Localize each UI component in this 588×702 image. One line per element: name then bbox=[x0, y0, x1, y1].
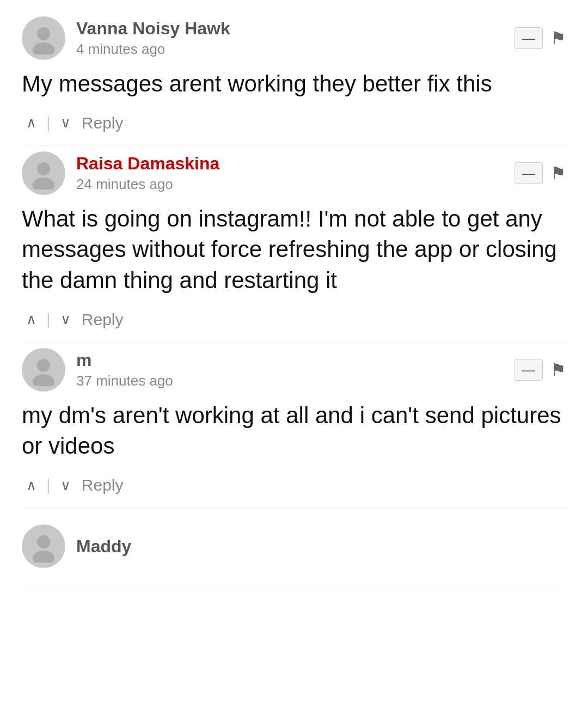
svg-point-4 bbox=[37, 359, 50, 372]
minus-icon: — bbox=[522, 362, 535, 377]
downvote-icon: ∨ bbox=[60, 114, 71, 131]
username: Vanna Noisy Hawk bbox=[76, 19, 230, 39]
comment-header: Maddy bbox=[22, 524, 566, 568]
comment-body: my dm's aren't working at all and i can'… bbox=[22, 400, 566, 462]
comment-header-left: Vanna Noisy Hawk 4 minutes ago bbox=[22, 16, 230, 60]
user-info: Raisa Damaskina 24 minutes ago bbox=[76, 154, 219, 193]
upvote-button[interactable]: ∧ bbox=[22, 475, 41, 496]
comment-footer: ∧ | ∨ Reply bbox=[22, 112, 566, 135]
comment-body: My messages arent working they better fi… bbox=[22, 69, 566, 100]
username: Raisa Damaskina bbox=[76, 154, 219, 174]
user-info: Maddy bbox=[76, 536, 131, 557]
minus-icon: — bbox=[522, 30, 535, 46]
upvote-button[interactable]: ∧ bbox=[22, 112, 41, 133]
comment-header: m 37 minutes ago — ⚑ bbox=[22, 348, 566, 392]
upvote-icon: ∧ bbox=[26, 311, 36, 328]
downvote-button[interactable]: ∨ bbox=[56, 112, 75, 133]
comment-actions-right: — ⚑ bbox=[514, 359, 566, 381]
user-info: m 37 minutes ago bbox=[76, 350, 173, 389]
svg-point-7 bbox=[33, 551, 54, 563]
timestamp: 37 minutes ago bbox=[76, 373, 173, 389]
username: Maddy bbox=[76, 536, 131, 557]
flag-icon[interactable]: ⚑ bbox=[550, 163, 566, 184]
svg-point-5 bbox=[33, 374, 54, 386]
comment-item: Maddy bbox=[22, 514, 566, 588]
comment-actions-right: — ⚑ bbox=[514, 27, 566, 49]
username: m bbox=[76, 350, 173, 370]
upvote-icon: ∧ bbox=[26, 114, 36, 131]
collapse-button[interactable]: — bbox=[514, 359, 543, 381]
svg-point-1 bbox=[33, 42, 54, 54]
svg-point-3 bbox=[33, 178, 54, 190]
comment-header-left: Raisa Damaskina 24 minutes ago bbox=[22, 151, 219, 195]
avatar bbox=[22, 151, 65, 195]
vote-separator: | bbox=[46, 310, 51, 329]
avatar bbox=[22, 524, 65, 568]
user-info: Vanna Noisy Hawk 4 minutes ago bbox=[76, 19, 230, 58]
comment-header: Raisa Damaskina 24 minutes ago — ⚑ bbox=[22, 151, 566, 195]
svg-point-0 bbox=[37, 27, 50, 40]
avatar bbox=[22, 16, 65, 60]
flag-icon[interactable]: ⚑ bbox=[550, 28, 566, 48]
comments-list: Vanna Noisy Hawk 4 minutes ago — ⚑ My me… bbox=[0, 0, 588, 610]
reply-button[interactable]: Reply bbox=[75, 474, 130, 497]
comment-header-left: m 37 minutes ago bbox=[22, 348, 173, 392]
comment-item: Raisa Damaskina 24 minutes ago — ⚑ What … bbox=[22, 151, 566, 343]
vote-separator: | bbox=[46, 114, 51, 132]
svg-point-2 bbox=[37, 162, 50, 175]
timestamp: 4 minutes ago bbox=[76, 41, 230, 58]
upvote-icon: ∧ bbox=[26, 477, 36, 494]
collapse-button[interactable]: — bbox=[514, 27, 543, 49]
comment-header: Vanna Noisy Hawk 4 minutes ago — ⚑ bbox=[22, 16, 566, 60]
flag-icon[interactable]: ⚑ bbox=[550, 359, 566, 380]
downvote-icon: ∨ bbox=[60, 311, 71, 328]
comment-body: What is going on instagram!! I'm not abl… bbox=[22, 204, 566, 296]
comment-footer: ∧ | ∨ Reply bbox=[22, 308, 566, 331]
reply-button[interactable]: Reply bbox=[75, 308, 130, 331]
upvote-button[interactable]: ∧ bbox=[22, 309, 41, 330]
comment-actions-right: — ⚑ bbox=[514, 162, 566, 184]
downvote-button[interactable]: ∨ bbox=[56, 309, 75, 330]
minus-icon: — bbox=[522, 166, 535, 181]
reply-button[interactable]: Reply bbox=[75, 112, 130, 135]
comment-header-left: Maddy bbox=[22, 524, 131, 568]
downvote-button[interactable]: ∨ bbox=[56, 475, 75, 496]
downvote-icon: ∨ bbox=[60, 477, 71, 494]
comment-item: Vanna Noisy Hawk 4 minutes ago — ⚑ My me… bbox=[22, 16, 566, 146]
comment-item: m 37 minutes ago — ⚑ my dm's aren't work… bbox=[22, 348, 566, 508]
timestamp: 24 minutes ago bbox=[76, 176, 219, 193]
svg-point-6 bbox=[37, 535, 50, 548]
avatar bbox=[22, 348, 65, 392]
vote-separator: | bbox=[46, 476, 51, 495]
comment-footer: ∧ | ∨ Reply bbox=[22, 474, 566, 497]
collapse-button[interactable]: — bbox=[514, 162, 543, 184]
